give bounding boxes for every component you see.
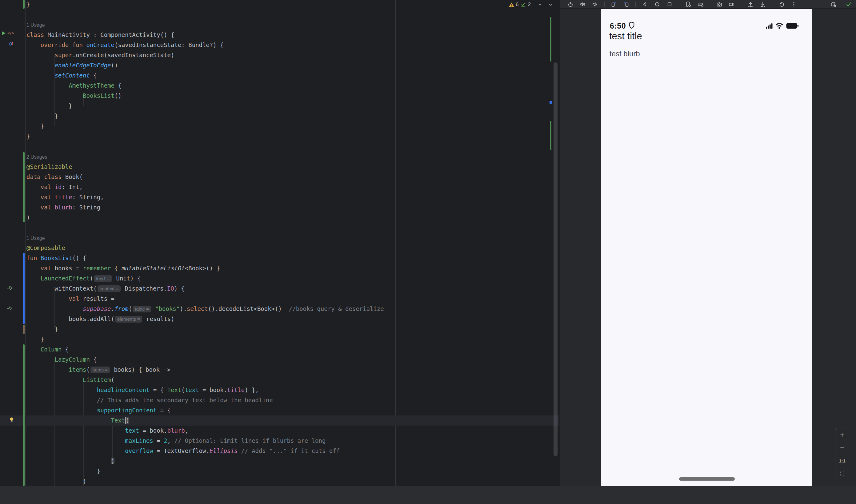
zoom-in-button[interactable]: +	[838, 431, 846, 438]
code-icon[interactable]: </>	[7, 31, 14, 37]
chevron-down-icon[interactable]	[547, 2, 554, 8]
chevron-up-icon[interactable]	[537, 2, 543, 8]
code-line[interactable]: }	[27, 101, 72, 111]
restore-icon[interactable]	[779, 1, 785, 7]
toolbar-divider	[710, 2, 710, 7]
code-line[interactable]: )	[27, 456, 115, 466]
code-line[interactable]: books.addAll(elements = results)	[27, 314, 174, 324]
status-time: 6:50	[610, 21, 626, 31]
code-line[interactable]: val id: Int,	[27, 182, 83, 192]
editor-scrollbar[interactable]	[554, 62, 558, 456]
vcs-change-bar[interactable]	[23, 253, 24, 324]
lightbulb-icon[interactable]	[8, 416, 15, 422]
code-line[interactable]: Text(	[27, 415, 129, 426]
inspections-widget[interactable]: 6 2	[508, 1, 554, 8]
code-line[interactable]: val results =	[27, 294, 115, 304]
vcs-change-bar[interactable]	[23, 152, 24, 222]
code-line[interactable]: }	[27, 131, 30, 141]
code-line[interactable]: maxLines = 2, // Optional: Limit lines i…	[27, 436, 326, 446]
code-line[interactable]: val title: String,	[27, 192, 104, 202]
device-settings-icon[interactable]	[685, 1, 692, 7]
home-icon[interactable]	[654, 1, 660, 7]
wifi-icon	[775, 22, 783, 30]
code-line[interactable]: fun BooksList() {	[27, 253, 86, 263]
code-line[interactable]: )	[27, 476, 86, 486]
vcs-change-bar[interactable]	[23, 344, 24, 486]
code-line[interactable]: val blurb: String	[27, 202, 100, 213]
code-line[interactable]: data class Book(	[27, 172, 83, 182]
code-line[interactable]: ListItem(	[27, 375, 115, 385]
code-line[interactable]: }	[27, 334, 44, 344]
rotate-left-icon[interactable]	[611, 1, 617, 7]
code-line[interactable]: 1 Usage	[27, 20, 45, 30]
suspend-call-icon[interactable]	[7, 306, 13, 312]
override-icon[interactable]	[8, 41, 15, 47]
suspend-call-icon[interactable]	[7, 285, 13, 291]
code-line[interactable]: }	[27, 324, 58, 334]
hardware-keyboard-icon[interactable]	[698, 1, 704, 7]
toolbar-divider	[604, 2, 605, 7]
ide-window: }1 Usageclass MainActivity : ComponentAc…	[0, 0, 856, 504]
code-line[interactable]: val books = remember { mutableStateListO…	[27, 263, 220, 273]
more-icon[interactable]	[791, 1, 797, 7]
code-line[interactable]: LaunchedEffect(key1 = Unit) {	[27, 273, 141, 284]
screen-record-icon[interactable]	[729, 1, 735, 7]
code-line[interactable]: @Serializable	[27, 162, 72, 172]
upload-icon[interactable]	[747, 1, 753, 7]
code-line[interactable]: )	[27, 213, 30, 223]
code-line[interactable]: }	[27, 111, 58, 121]
stripe-mark[interactable]	[550, 121, 552, 150]
code-line[interactable]: supportingContent = {	[27, 405, 171, 415]
code-line[interactable]: BooksList()	[27, 91, 122, 101]
code-line[interactable]: LazyColumn {	[27, 355, 97, 365]
code-line[interactable]: }	[27, 121, 44, 131]
code-line[interactable]: headlineContent = { Text(text = book.tit…	[27, 385, 259, 395]
vcs-change-bar[interactable]	[23, 0, 24, 8]
warning-triangle-icon	[508, 2, 514, 8]
code-line[interactable]: 2 Usages	[27, 151, 47, 162]
overview-icon[interactable]	[666, 1, 672, 7]
code-line[interactable]: class MainActivity : ComponentActivity()…	[27, 30, 174, 40]
download-icon[interactable]	[760, 1, 766, 7]
code-line[interactable]: supabase.from(table = "books").select().…	[27, 304, 384, 314]
code-line[interactable]: super.onCreate(savedInstanceState)	[27, 50, 174, 60]
volume-down-icon[interactable]	[592, 1, 598, 7]
code-line[interactable]: @Composable	[27, 243, 65, 253]
code-line[interactable]: enableEdgeToEdge()	[27, 60, 118, 70]
code-line[interactable]: 1 Usage	[27, 233, 45, 243]
toolbar-divider	[741, 2, 741, 7]
back-icon[interactable]	[642, 1, 648, 7]
vcs-change-bar[interactable]	[23, 325, 24, 334]
gesture-nav-handle[interactable]	[679, 477, 735, 481]
compare-screenshots-icon[interactable]	[831, 1, 837, 7]
device-screen[interactable]: 6:50 test title te	[601, 9, 812, 486]
run-icon[interactable]	[1, 31, 7, 37]
code-line[interactable]: withContext(context = Dispatchers.IO) {	[27, 284, 185, 294]
code-line[interactable]: }	[27, 0, 30, 10]
code-line[interactable]: }	[27, 466, 100, 476]
ok-count: 2	[528, 2, 530, 8]
power-icon[interactable]	[567, 1, 574, 7]
code-line[interactable]: Column {	[27, 344, 69, 355]
code-line[interactable]: AmethystTheme {	[27, 80, 122, 91]
code-line[interactable]: overflow = TextOverflow.Ellipsis // Adds…	[27, 446, 340, 456]
volume-up-icon[interactable]	[580, 1, 586, 7]
code-line[interactable]: // This adds the secondary text below th…	[27, 395, 273, 405]
checkmark-icon[interactable]	[845, 1, 852, 7]
fit-screen-icon[interactable]	[838, 470, 846, 477]
stripe-mark[interactable]	[549, 101, 552, 104]
code-line[interactable]: setContent {	[27, 70, 97, 80]
toolbar-divider	[635, 2, 636, 7]
rotate-right-icon[interactable]	[623, 1, 629, 7]
camera-icon[interactable]	[716, 1, 722, 7]
zoom-actual-button[interactable]: 1:1	[838, 457, 846, 464]
svg-text:</>: </>	[7, 31, 14, 35]
stripe-mark[interactable]	[550, 17, 552, 61]
warning-count: 6	[516, 2, 519, 8]
zoom-out-button[interactable]: −	[838, 444, 846, 451]
code-line[interactable]: override fun onCreate(savedInstanceState…	[27, 40, 224, 50]
code-editor[interactable]: }1 Usageclass MainActivity : ComponentAc…	[0, 0, 559, 486]
book-title-text: test title	[609, 31, 642, 42]
code-line[interactable]: items(items = books) { book ->	[27, 365, 170, 375]
code-line[interactable]: text = book.blurb,	[27, 426, 188, 436]
